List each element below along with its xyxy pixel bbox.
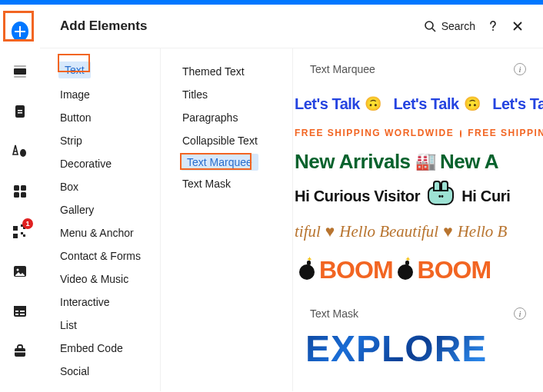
panel-title: Add Elements	[60, 18, 412, 34]
heart-icon: ♥	[443, 222, 452, 241]
svg-point-12	[17, 269, 19, 271]
marquee-sample-curious[interactable]: Hi Curious Visitor •• Hi Curi	[293, 178, 543, 214]
svg-point-21	[425, 22, 433, 29]
marquee-text: tiful	[295, 222, 321, 241]
info-icon[interactable]: i	[514, 307, 526, 320]
category-box[interactable]: Box	[40, 175, 160, 198]
svg-rect-5	[18, 112, 22, 114]
marquee-text: FREE SHIPPING WORLDWIDE	[295, 128, 454, 138]
upside-down-face-icon: 🙃	[365, 95, 381, 112]
marquee-sample-hello-beautiful[interactable]: tiful ♥ Hello Beautiful ♥ Hello B	[293, 214, 543, 249]
category-image[interactable]: Image	[40, 83, 160, 106]
category-contact-forms[interactable]: Contact & Forms	[40, 244, 160, 267]
marquee-text: Hello Beautiful	[339, 222, 438, 241]
search-button[interactable]: Search	[423, 19, 475, 33]
svg-rect-14	[14, 306, 26, 309]
svg-point-23	[492, 29, 494, 31]
subcategory-text-marquee[interactable]: Text Marquee	[181, 154, 258, 171]
marquee-sample-lets-talk[interactable]: Let's Talk 🙃 Let's Talk 🙃 Let's Talk	[293, 86, 543, 121]
apps-icon[interactable]	[12, 183, 28, 200]
svg-line-22	[432, 28, 435, 32]
svg-rect-8	[21, 185, 26, 191]
marquee-text: New Arrivals	[295, 150, 411, 174]
category-menu-anchor[interactable]: Menu & Anchor	[40, 221, 160, 244]
help-button[interactable]	[486, 19, 500, 33]
close-icon	[511, 19, 525, 33]
section-mask-title: Text Mask	[310, 307, 358, 320]
svg-rect-15	[15, 311, 18, 312]
svg-rect-3	[15, 105, 25, 118]
subcategory-list: Themed Text Titles Paragraphs Collapsibl…	[160, 48, 292, 391]
strip-icon[interactable]	[12, 63, 28, 80]
subcategory-collapsible-text[interactable]: Collapsible Text	[161, 129, 292, 152]
category-embed-code[interactable]: Embed Code	[40, 337, 160, 360]
category-video-music[interactable]: Video & Music	[40, 267, 160, 291]
category-gallery[interactable]: Gallery	[40, 198, 160, 221]
svg-rect-7	[14, 185, 19, 191]
info-icon[interactable]: i	[514, 63, 526, 75]
notification-badge: 1	[22, 218, 33, 229]
subcategory-titles[interactable]: Titles	[161, 83, 292, 106]
marquee-text: FREE SHIPPIN	[468, 128, 543, 138]
search-icon	[423, 19, 437, 33]
marquee-text: BOOM	[418, 256, 491, 284]
section-marquee-title: Text Marquee	[310, 63, 375, 75]
svg-rect-4	[18, 110, 22, 111]
preview-column: Text Marquee i Let's Talk 🙃 Let's Talk 🙃…	[292, 48, 543, 391]
section-marquee-head: Text Marquee i	[293, 60, 543, 86]
bunny-icon: ••	[428, 187, 454, 205]
ellipse-icon	[460, 130, 461, 138]
heart-icon: ♥	[325, 222, 335, 241]
add-icon[interactable]	[12, 23, 28, 40]
left-sidebar: 1	[0, 5, 40, 392]
category-social[interactable]: Social	[40, 360, 160, 383]
text-mask-sample-explore[interactable]: EXPLORE	[293, 331, 543, 367]
svg-rect-9	[14, 192, 19, 198]
section-mask-head: Text Mask i	[293, 304, 543, 331]
bomb-icon	[299, 264, 315, 280]
panel-body: Text Image Button Strip Decorative Box G…	[40, 48, 543, 391]
marquee-sample-new-arrivals[interactable]: New Arrivals 🏭 New A	[293, 145, 543, 178]
svg-rect-2	[14, 76, 26, 78]
category-interactive[interactable]: Interactive	[40, 291, 160, 314]
marquee-sample-boom[interactable]: BOOM BOOM	[293, 249, 543, 291]
marquee-text: Let's Talk	[295, 95, 360, 113]
design-icon[interactable]	[12, 143, 28, 160]
panel-header: Add Elements Search	[40, 5, 543, 48]
marquee-text: New A	[440, 150, 498, 174]
category-text[interactable]: Text	[58, 61, 91, 78]
close-button[interactable]	[511, 19, 525, 33]
add-elements-panel: Add Elements Search Text Image Button St…	[40, 5, 543, 392]
media-icon[interactable]	[12, 263, 28, 280]
subcategory-themed-text[interactable]: Themed Text	[161, 60, 292, 83]
category-list-item[interactable]: List	[40, 314, 160, 337]
bomb-icon	[398, 264, 413, 280]
marquee-text: BOOM	[319, 256, 393, 284]
category-strip[interactable]: Strip	[40, 129, 160, 152]
data-icon[interactable]	[12, 303, 28, 320]
svg-rect-18	[20, 314, 25, 315]
svg-rect-10	[21, 192, 26, 198]
page-icon[interactable]	[12, 103, 28, 120]
integrations-icon[interactable]: 1	[12, 223, 28, 240]
category-button[interactable]: Button	[40, 106, 160, 129]
svg-rect-17	[20, 311, 25, 312]
svg-point-6	[20, 149, 26, 157]
category-decorative[interactable]: Decorative	[40, 152, 160, 175]
factory-icon: 🏭	[415, 151, 436, 171]
subcategory-text-mask[interactable]: Text Mask	[161, 172, 292, 195]
search-label: Search	[441, 20, 475, 32]
marquee-text: Let's Talk	[394, 95, 459, 113]
subcategory-paragraphs[interactable]: Paragraphs	[161, 106, 292, 129]
upside-down-face-icon: 🙃	[464, 95, 481, 112]
svg-rect-1	[14, 65, 26, 67]
business-icon[interactable]	[12, 343, 28, 360]
marquee-text: Let's Talk	[492, 95, 543, 113]
category-list: Text Image Button Strip Decorative Box G…	[40, 48, 160, 391]
marquee-text: Hello B	[458, 222, 508, 241]
svg-rect-0	[14, 68, 26, 75]
marquee-text: Hi Curious Visitor	[295, 188, 420, 205]
svg-rect-20	[15, 351, 25, 353]
marquee-text: Hi Curi	[461, 188, 510, 205]
marquee-sample-free-shipping[interactable]: FREE SHIPPING WORLDWIDE FREE SHIPPIN	[293, 121, 543, 145]
